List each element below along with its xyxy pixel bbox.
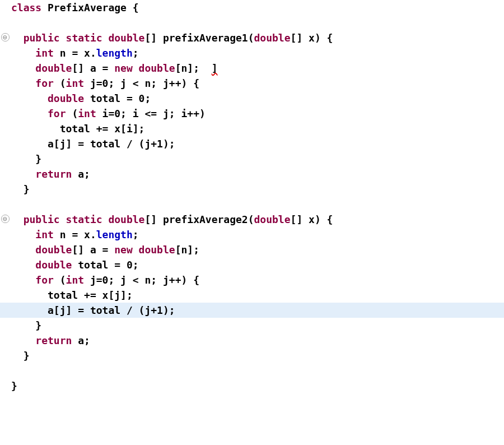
code-line: } xyxy=(0,318,504,333)
code-line: double[] a = new double[n]; xyxy=(0,242,504,257)
gutter-cell xyxy=(0,45,10,61)
gutter-cell xyxy=(0,151,10,166)
code-cell[interactable]: } xyxy=(10,348,504,363)
code-cell[interactable]: } xyxy=(10,182,504,197)
fold-toggle-icon[interactable]: ⊖ xyxy=(1,215,10,223)
fold-toggle-icon[interactable]: ⊖ xyxy=(1,33,10,41)
gutter-cell[interactable]: ⊖ xyxy=(0,30,10,45)
code-cell[interactable]: return a; xyxy=(10,166,504,182)
code-cell[interactable]: total += x[j]; xyxy=(10,288,504,303)
code-line: for (int j=0; j < n; j++) { xyxy=(0,272,504,288)
code-line: double total = 0; xyxy=(0,91,504,106)
code-cell[interactable]: return a; xyxy=(10,333,504,348)
gutter-cell xyxy=(0,76,10,91)
gutter-cell xyxy=(0,272,10,288)
gutter-cell xyxy=(0,15,10,30)
gutter-cell xyxy=(0,378,10,393)
code-line: for (int i=0; i <= j; i++) xyxy=(0,106,504,121)
code-cell[interactable]: for (int j=0; j < n; j++) { xyxy=(10,272,504,288)
code-line: } xyxy=(0,378,504,393)
code-cell[interactable]: double total = 0; xyxy=(10,257,504,272)
code-cell[interactable] xyxy=(10,197,504,212)
code-line xyxy=(0,363,504,378)
gutter-cell xyxy=(0,121,10,136)
code-line: ⊖ public static double[] prefixAverage2(… xyxy=(0,212,504,227)
code-line: int n = x.length; xyxy=(0,45,504,61)
code-cell[interactable]: int n = x.length; xyxy=(10,227,504,242)
gutter-cell xyxy=(0,0,10,15)
code-cell[interactable]: class PrefixAverage { xyxy=(10,0,504,15)
code-line: a[j] = total / (j+1); xyxy=(0,136,504,151)
code-cell[interactable]: double[] a = new double[n]; ] xyxy=(10,61,504,76)
code-cell[interactable] xyxy=(10,15,504,30)
code-line: } xyxy=(0,182,504,197)
code-line: return a; xyxy=(0,333,504,348)
gutter-cell[interactable]: ⊖ xyxy=(0,212,10,227)
code-cell[interactable]: a[j] = total / (j+1); xyxy=(10,136,504,151)
code-cell[interactable]: } xyxy=(10,318,504,333)
code-line: total += x[j]; xyxy=(0,288,504,303)
code-line: ⊖ public static double[] prefixAverage1(… xyxy=(0,30,504,45)
code-line: } xyxy=(0,151,504,166)
gutter-cell xyxy=(0,166,10,182)
code-line: double total = 0; xyxy=(0,257,504,272)
code-line: for (int j=0; j < n; j++) { xyxy=(0,76,504,91)
gutter-cell xyxy=(0,227,10,242)
code-line: } xyxy=(0,348,504,363)
code-cell[interactable]: for (int j=0; j < n; j++) { xyxy=(10,76,504,91)
code-line: return a; xyxy=(0,166,504,182)
code-line: double[] a = new double[n]; ] xyxy=(0,61,504,76)
code-line xyxy=(0,15,504,30)
gutter-cell xyxy=(0,288,10,303)
code-line: int n = x.length; xyxy=(0,227,504,242)
gutter-cell xyxy=(0,363,10,378)
gutter-cell xyxy=(0,106,10,121)
code-cell[interactable]: public static double[] prefixAverage1(do… xyxy=(10,30,504,45)
code-cell[interactable]: for (int i=0; i <= j; i++) xyxy=(10,106,504,121)
code-cell[interactable]: int n = x.length; xyxy=(10,45,504,61)
gutter-cell xyxy=(0,333,10,348)
code-line: class PrefixAverage { xyxy=(0,0,504,15)
code-cell[interactable]: a[j] = total / (j+1); xyxy=(10,303,504,318)
code-line: a[j] = total / (j+1); xyxy=(0,303,504,318)
gutter-cell xyxy=(0,61,10,76)
gutter-cell xyxy=(0,242,10,257)
gutter-cell xyxy=(0,348,10,363)
gutter-cell xyxy=(0,318,10,333)
code-cell[interactable]: } xyxy=(10,378,504,393)
code-editor: class PrefixAverage { ⊖ public static do… xyxy=(0,0,504,393)
code-cell[interactable]: total += x[i]; xyxy=(10,121,504,136)
gutter-cell xyxy=(0,182,10,197)
code-cell[interactable] xyxy=(10,363,504,378)
code-line xyxy=(0,197,504,212)
code-cell[interactable]: public static double[] prefixAverage2(do… xyxy=(10,212,504,227)
code-line: total += x[i]; xyxy=(0,121,504,136)
gutter-cell xyxy=(0,257,10,272)
gutter-cell xyxy=(0,91,10,106)
gutter-cell xyxy=(0,303,10,318)
code-cell[interactable]: double[] a = new double[n]; xyxy=(10,242,504,257)
gutter-cell xyxy=(0,197,10,212)
code-cell[interactable]: } xyxy=(10,151,504,166)
code-cell[interactable]: double total = 0; xyxy=(10,91,504,106)
gutter-cell xyxy=(0,136,10,151)
